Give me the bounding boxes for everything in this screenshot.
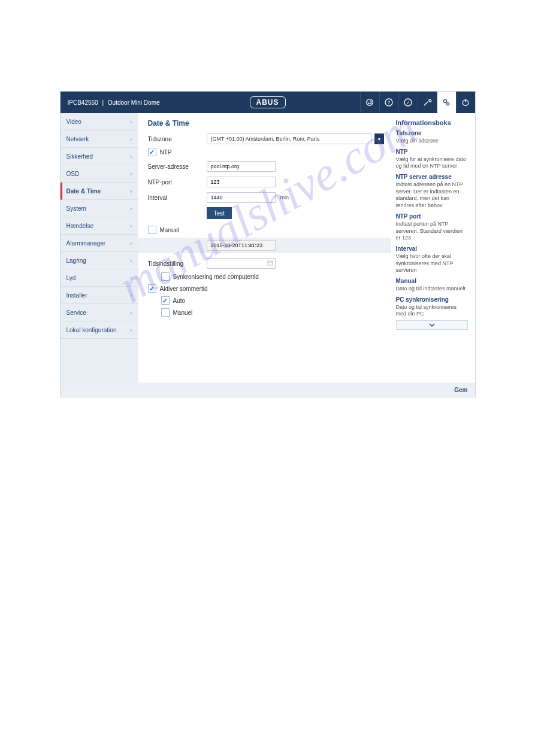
chevron-right-icon: › (130, 269, 132, 287)
chevron-right-icon: › (130, 252, 132, 269)
info-heading-timezone: Tidszone (396, 130, 468, 136)
sidebar-item-event[interactable]: Hændelse› (61, 217, 138, 235)
chevron-right-icon: › (130, 304, 132, 321)
tidsindstilling-label: Tidsindstilling (148, 260, 207, 267)
info-text: Vælg for at synkronisere dato og tid med… (396, 156, 468, 170)
svg-rect-9 (268, 261, 273, 265)
sidebar: Video› Netværk› Sikkerhed› OSD› Date & T… (61, 113, 138, 382)
info-heading-manual: Manual (396, 278, 468, 284)
info-heading-server: NTP server adresse (396, 174, 468, 180)
tidsindstilling-input[interactable] (207, 258, 276, 269)
svg-text:?: ? (388, 100, 391, 105)
dst-manual-checkbox[interactable] (161, 308, 170, 317)
chevron-down-icon (429, 323, 435, 327)
chevron-right-icon: › (130, 321, 132, 339)
sidebar-item-osd[interactable]: OSD› (61, 165, 138, 183)
calendar-icon (267, 260, 273, 266)
chevron-right-icon: › (130, 287, 132, 304)
chevron-right-icon: › (130, 130, 132, 148)
sidebar-item-security[interactable]: Sikkerhed› (61, 148, 138, 165)
svg-point-6 (447, 103, 449, 105)
save-button[interactable]: Gem (454, 387, 467, 393)
sync-pc-label: Synkronisering med computertid (173, 274, 259, 280)
brand-logo: ABUS (249, 96, 285, 108)
interval-input[interactable] (207, 192, 276, 203)
sidebar-item-installer[interactable]: Installer› (61, 287, 138, 304)
settings-icon[interactable] (437, 92, 456, 113)
sidebar-item-storage[interactable]: Lagring› (61, 252, 138, 269)
sidebar-item-system[interactable]: System› (61, 200, 138, 217)
sync-pc-checkbox[interactable] (161, 272, 170, 281)
info-text: Indtast porten på NTP serveren. Standard… (396, 221, 468, 242)
timezone-select[interactable]: (GMT +01:00) Amsterdam, Berlin, Rom, Par… (207, 133, 372, 144)
info-text: Indtast adressen på en NTP server. Der e… (396, 181, 468, 210)
dropdown-icon[interactable]: ▾ (374, 133, 384, 144)
info-box: Informationsboks Tidszone Vælg din tidsz… (396, 119, 468, 377)
app-header: IPCB42550 | Outdoor Mini Dome ABUS ? i (61, 92, 475, 113)
ntp-port-input[interactable] (207, 177, 276, 187)
server-address-input[interactable] (207, 161, 276, 172)
info-heading-pcsync: PC synkronisering (396, 296, 468, 303)
manual-checkbox[interactable] (148, 226, 156, 234)
info-text: Vælg hvor ofte der skal synkroniseres me… (396, 253, 468, 274)
tools-icon[interactable] (418, 92, 437, 113)
ntp-checkbox-label: NTP (160, 149, 172, 156)
device-id: IPCB42550 (68, 99, 98, 106)
sidebar-item-video[interactable]: Video› (61, 113, 138, 130)
manual-time-display (207, 240, 276, 251)
ntp-checkbox[interactable] (148, 148, 156, 156)
chevron-right-icon: › (130, 200, 132, 217)
expand-button[interactable] (396, 320, 468, 330)
info-text: Vælg din tidszone (396, 138, 468, 145)
chevron-right-icon: › (130, 235, 132, 252)
dst-checkbox[interactable] (148, 284, 156, 293)
device-name: Outdoor Mini Dome (108, 99, 160, 106)
info-title: Informationsboks (396, 119, 468, 126)
page-title: Date & Time (148, 119, 384, 127)
chevron-right-icon: › (130, 165, 132, 183)
sidebar-item-datetime[interactable]: Date & Time› (61, 183, 138, 200)
power-icon[interactable] (456, 92, 475, 113)
header-separator: | (102, 99, 104, 106)
dst-label: Aktiver sommertid (160, 286, 208, 292)
dst-auto-checkbox[interactable] (161, 296, 170, 305)
chevron-right-icon: › (130, 113, 132, 130)
chevron-right-icon: › (130, 148, 132, 165)
interval-label: Interval (148, 195, 207, 201)
svg-point-0 (367, 99, 373, 106)
info-heading-interval: Interval (396, 245, 468, 252)
info-text: Dato og tid indtastes manuelt (396, 286, 468, 293)
server-address-label: Server-adresse (148, 163, 207, 170)
logo-text: ABUS (249, 96, 285, 108)
sidebar-item-service[interactable]: Service› (61, 304, 138, 321)
interval-unit: min. (280, 195, 291, 201)
info-heading-port: NTP port (396, 213, 468, 220)
info-heading-ntp: NTP (396, 148, 468, 155)
sidebar-item-alarm[interactable]: Alarmmanager› (61, 235, 138, 252)
dst-auto-label: Auto (173, 297, 186, 304)
dst-manual-label: Manuel (173, 309, 193, 316)
test-button[interactable]: Test (207, 207, 232, 219)
info-icon[interactable]: i (398, 92, 418, 113)
svg-point-5 (443, 99, 446, 102)
svg-text:i: i (407, 100, 409, 105)
ntp-port-label: NTP-port (148, 179, 207, 186)
footer-bar: Gem (61, 382, 475, 397)
sidebar-item-network[interactable]: Netværk› (61, 130, 138, 148)
chevron-right-icon: › (130, 183, 132, 200)
manual-checkbox-label: Manuel (160, 227, 180, 233)
header-title: IPCB42550 | Outdoor Mini Dome (61, 99, 160, 106)
chevron-right-icon: › (130, 217, 132, 235)
refresh-icon[interactable] (360, 92, 379, 113)
sidebar-item-local-config[interactable]: Lokal konfiguration› (61, 321, 138, 339)
info-text: Dato og tid synkroniseres med din PC (396, 304, 468, 318)
help-icon[interactable]: ? (379, 92, 398, 113)
timezone-label: Tidszone (148, 136, 207, 142)
sidebar-item-audio[interactable]: Lyd› (61, 269, 138, 287)
